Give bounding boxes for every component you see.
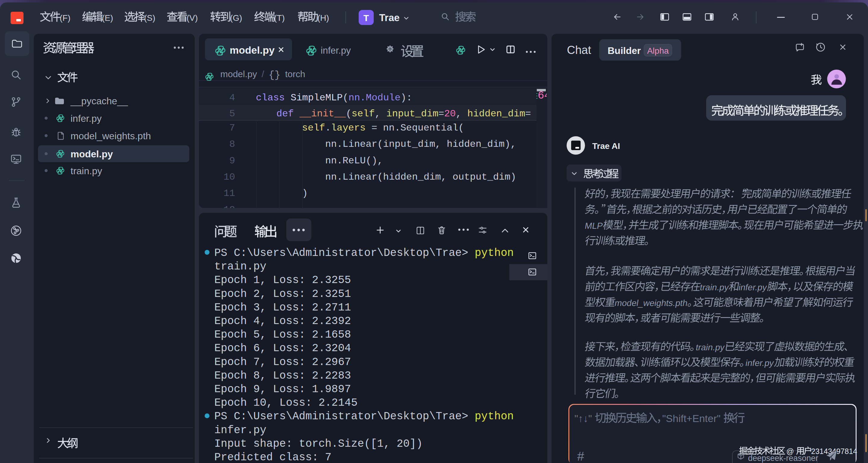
svg-text:model_weights.pth: model_weights.pth (614, 298, 688, 308)
svg-text:infer.py: infer.py (745, 358, 775, 368)
svg-text:hidden_dim: hidden_dim (467, 108, 525, 119)
svg-text:python: python (475, 410, 514, 423)
svg-text:PS C:\Users\Administrator\Desk: PS C:\Users\Administrator\Desktop\Trae> (214, 247, 475, 259)
svg-text:(G): (G) (230, 13, 242, 23)
svg-text:Trae AI: Trae AI (592, 142, 620, 151)
svg-text:Chat: Chat (567, 44, 591, 56)
svg-text:(E): (E) (102, 13, 113, 23)
svg-text:Epoch 10, Loss: 2.2145: Epoch 10, Loss: 2.2145 (214, 397, 358, 409)
svg-text:{}: {} (269, 70, 281, 81)
svg-text:(: ( (343, 92, 348, 103)
svg-text:(T): (T) (274, 13, 285, 23)
svg-text:nn.ReLU(),: nn.ReLU(), (325, 155, 383, 166)
svg-text:model.py: model.py (220, 69, 257, 79)
svg-text:Trae: Trae (379, 12, 400, 23)
svg-text:python: python (475, 247, 514, 259)
svg-text:Epoch 3, Loss: 2.2711: Epoch 3, Loss: 2.2711 (214, 302, 351, 314)
svg-text:class: class (256, 92, 285, 103)
svg-text:):: ): (401, 92, 412, 103)
svg-text:train.py: train.py (214, 260, 267, 273)
svg-text:"Shift+Enter": "Shift+Enter" (662, 413, 723, 424)
svg-text:train.py: train.py (699, 282, 730, 292)
svg-text:model_weights.pth: model_weights.pth (70, 130, 151, 142)
svg-text:Epoch 5, Loss: 2.1658: Epoch 5, Loss: 2.1658 (214, 329, 351, 341)
svg-text:nn.Sequential(: nn.Sequential( (383, 122, 464, 133)
svg-text:10: 10 (224, 172, 235, 183)
svg-text:nn.Linear(hidden_dim, output_d: nn.Linear(hidden_dim, output_dim) (325, 172, 516, 183)
svg-text:Predicted class: 7: Predicted class: 7 (214, 451, 332, 463)
svg-text:20: 20 (444, 108, 456, 119)
svg-text:,: , (375, 108, 380, 119)
svg-text:Epoch 9, Loss: 1.9897: Epoch 9, Loss: 1.9897 (214, 383, 351, 396)
svg-text:deepseek-reasoner: deepseek-reasoner (748, 454, 818, 463)
svg-text:=: = (366, 122, 383, 133)
svg-text:5: 5 (229, 108, 235, 119)
svg-text:model.py: model.py (70, 149, 113, 159)
svg-text:nn.Linear(input_dim, hidden_di: nn.Linear(input_dim, hidden_dim), (325, 138, 516, 150)
svg-text:PS C:\Users\Administrator\Desk: PS C:\Users\Administrator\Desktop\Trae> (214, 410, 475, 423)
svg-text:11: 11 (224, 188, 235, 199)
svg-text:4: 4 (229, 92, 235, 103)
svg-text:9: 9 (229, 155, 235, 166)
svg-text:"↑↓": "↑↓" (575, 413, 595, 424)
svg-text:7: 7 (229, 122, 235, 133)
svg-text:torch: torch (285, 69, 305, 79)
svg-text:infer.py: infer.py (214, 424, 267, 436)
svg-text:8: 8 (229, 138, 235, 150)
svg-text:.: . (325, 122, 331, 133)
svg-text:train.py: train.py (70, 165, 102, 176)
svg-text:__pycache__: __pycache__ (70, 96, 128, 106)
svg-text:infer.py: infer.py (321, 45, 351, 56)
svg-text:input_dim: input_dim (386, 108, 438, 119)
svg-text:(F): (F) (60, 13, 70, 23)
svg-text:(S): (S) (144, 13, 155, 23)
svg-text:=: = (525, 108, 531, 119)
svg-text:Epoch 4, Loss: 2.2392: Epoch 4, Loss: 2.2392 (214, 315, 351, 327)
svg-text:Epoch 8, Loss: 2.2283: Epoch 8, Loss: 2.2283 (214, 370, 351, 382)
svg-text:(: ( (346, 108, 351, 119)
svg-text:,: , (456, 108, 461, 119)
svg-text:MLP: MLP (584, 221, 604, 230)
svg-text:#: # (577, 449, 584, 463)
svg-text:infer.py: infer.py (70, 113, 101, 124)
svg-text:=: = (438, 108, 444, 119)
svg-text:SimpleMLP: SimpleMLP (290, 92, 343, 103)
svg-text:(V): (V) (187, 13, 198, 23)
svg-text:model.py: model.py (230, 44, 275, 56)
svg-text:Epoch 1, Loss: 2.3255: Epoch 1, Loss: 2.3255 (214, 274, 351, 286)
svg-text:12: 12 (224, 204, 235, 216)
svg-text:nn.Module: nn.Module (348, 92, 401, 103)
svg-text:(H): (H) (317, 13, 329, 23)
svg-text:train.py: train.py (695, 342, 725, 352)
svg-text:__init__: __init__ (299, 108, 346, 119)
svg-text:self: self (352, 108, 375, 119)
svg-text:self: self (302, 122, 325, 133)
svg-text:Epoch 6, Loss: 2.3204: Epoch 6, Loss: 2.3204 (214, 342, 351, 354)
svg-text:Alpha: Alpha (647, 46, 669, 56)
svg-text:Epoch 7, Loss: 2.2967: Epoch 7, Loss: 2.2967 (214, 356, 351, 368)
svg-text:T: T (364, 13, 369, 23)
svg-text:64: 64 (538, 90, 551, 102)
svg-text:infer.py: infer.py (738, 282, 768, 292)
svg-text:Input shape: torch.Size([1, 20: Input shape: torch.Size([1, 20]) (214, 438, 423, 450)
svg-text:Epoch 2, Loss: 2.3251: Epoch 2, Loss: 2.3251 (214, 288, 351, 300)
svg-text:layers: layers (331, 122, 366, 133)
svg-text:Builder: Builder (608, 45, 641, 56)
svg-text:def: def (276, 108, 294, 119)
svg-text:): ) (302, 188, 308, 199)
svg-text:/: / (261, 69, 264, 79)
